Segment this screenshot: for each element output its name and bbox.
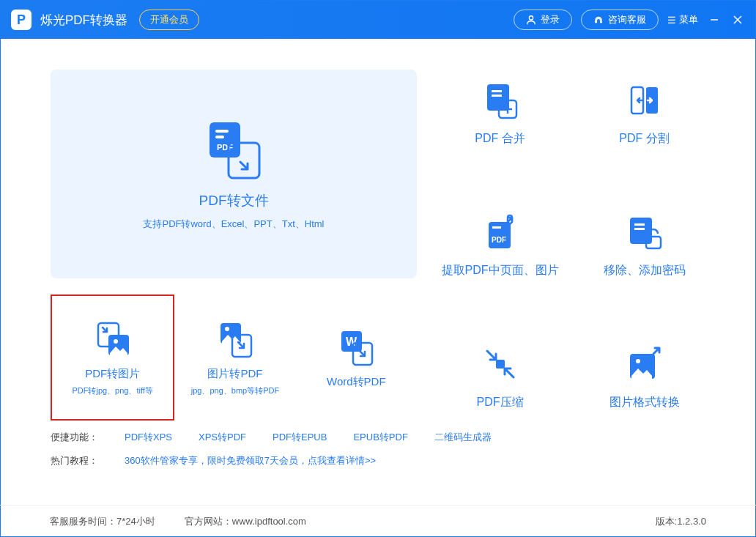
pdf-compress-icon [480, 344, 521, 385]
service-label: 咨询客服 [608, 13, 646, 26]
pdf-extract-icon: PDF [480, 212, 521, 253]
pdf-to-image-icon [92, 319, 133, 360]
tutorials-row: 热门教程： 360软件管家专享，限时免费领取7天会员，点我查看详情>> [51, 454, 705, 467]
card-title: PDF转图片 [85, 367, 140, 381]
svg-point-0 [529, 16, 533, 20]
title-bar: P 烁光PDF转换器 开通会员 登录 咨询客服 ☰ 菜单 [1, 1, 755, 39]
hamburger-icon: ☰ [667, 15, 676, 26]
site-value: www.ipdftool.com [232, 516, 306, 527]
vip-button[interactable]: 开通会员 [139, 10, 199, 30]
customer-service-button[interactable]: 咨询客服 [581, 10, 659, 30]
menu-button[interactable]: ☰ 菜单 [667, 13, 698, 26]
pdf-merge-card[interactable]: PDF 合并 [439, 70, 561, 158]
pdf-extract-card[interactable]: PDF 提取PDF中页面、图片 [439, 201, 561, 289]
quick-link[interactable]: 二维码生成器 [434, 431, 492, 444]
tutorial-link[interactable]: 360软件管家专享，限时免费领取7天会员，点我查看详情>> [125, 454, 376, 467]
app-title: 烁光PDF转换器 [40, 12, 127, 29]
shortcuts-row: 便捷功能： PDF转XPS XPS转PDF PDF转EPUB EPUB转PDF … [51, 431, 705, 444]
service-time-value: 7*24小时 [116, 515, 155, 528]
shortcuts-label: 便捷功能： [51, 431, 98, 444]
svg-rect-31 [634, 228, 645, 230]
card-title: PDF压缩 [477, 395, 524, 410]
card-title: PDF 合并 [475, 131, 525, 147]
pdf-merge-icon [480, 80, 521, 121]
pdf-to-file-card[interactable]: PDF PDF转文件 支持PDF转word、Excel、PPT、Txt、Html [51, 70, 417, 278]
user-icon [526, 15, 536, 25]
headset-icon [593, 15, 604, 25]
card-title: PDF 分割 [619, 131, 669, 147]
quick-link[interactable]: PDF转EPUB [273, 431, 327, 444]
svg-point-11 [114, 339, 118, 344]
svg-rect-27 [492, 226, 501, 229]
card-title: 图片转PDF [207, 367, 262, 381]
svg-rect-5 [215, 130, 229, 133]
tutorials-label: 热门教程： [51, 454, 98, 467]
quick-link[interactable]: EPUB转PDF [353, 431, 407, 444]
card-sub: jpg、png、bmp等转PDF [191, 385, 279, 396]
svg-rect-29 [630, 218, 652, 244]
pdf-compress-card[interactable]: PDF压缩 [439, 333, 561, 421]
pdf-split-card[interactable]: PDF 分割 [583, 70, 705, 158]
word-to-pdf-card[interactable]: W Word转PDF [296, 295, 417, 421]
image-to-pdf-card[interactable]: 图片转PDF jpg、png、bmp等转PDF [174, 295, 295, 421]
image-to-pdf-icon [215, 319, 256, 360]
minimize-button[interactable] [707, 12, 722, 27]
svg-rect-20 [492, 95, 502, 97]
card-title: 提取PDF中页面、图片 [442, 263, 559, 278]
svg-rect-6 [215, 136, 224, 138]
image-convert-icon [624, 344, 665, 385]
svg-text:W: W [346, 336, 357, 348]
card-title: 图片格式转换 [609, 395, 680, 410]
image-convert-card[interactable]: 图片格式转换 [583, 333, 705, 421]
footer: 客服服务时间： 7*24小时 官方网站： www.ipdftool.com 版本… [0, 505, 756, 537]
pdf-password-icon [624, 212, 665, 253]
svg-text:PDF: PDF [492, 236, 506, 244]
pdf-password-card[interactable]: 移除、添加密码 [583, 201, 705, 289]
version-value: 1.2.3.0 [677, 516, 706, 527]
quick-link[interactable]: XPS转PDF [199, 431, 246, 444]
login-button[interactable]: 登录 [514, 10, 572, 30]
svg-point-35 [636, 359, 640, 363]
word-to-pdf-icon: W [336, 327, 377, 368]
svg-rect-33 [496, 360, 505, 369]
card-sub: PDF转jpg、png、tiff等 [72, 385, 152, 396]
svg-rect-19 [492, 90, 502, 92]
service-time-label: 客服服务时间： [50, 515, 116, 528]
site-label: 官方网站： [185, 515, 232, 528]
svg-rect-4 [210, 122, 240, 158]
card-title: Word转PDF [327, 375, 386, 389]
close-button[interactable] [730, 12, 745, 27]
pdf-to-file-icon: PDF [202, 118, 265, 181]
hero-subtitle: 支持PDF转word、Excel、PPT、Txt、Html [143, 218, 324, 231]
row3: PDF转图片 PDF转jpg、png、tiff等 图片转PDF jpg、png、… [51, 295, 417, 421]
svg-point-13 [225, 327, 229, 331]
quick-link[interactable]: PDF转XPS [125, 431, 172, 444]
hero-title: PDF转文件 [199, 191, 269, 210]
pdf-split-icon [624, 80, 665, 121]
card-title: 移除、添加密码 [604, 263, 686, 278]
pdf-to-image-card[interactable]: PDF转图片 PDF转jpg、png、tiff等 [51, 295, 174, 421]
svg-rect-30 [634, 223, 645, 226]
login-label: 登录 [541, 13, 560, 26]
app-logo-icon: P [11, 10, 32, 30]
menu-label: 菜单 [679, 13, 698, 26]
version-label: 版本: [656, 515, 678, 528]
svg-rect-26 [489, 222, 511, 248]
